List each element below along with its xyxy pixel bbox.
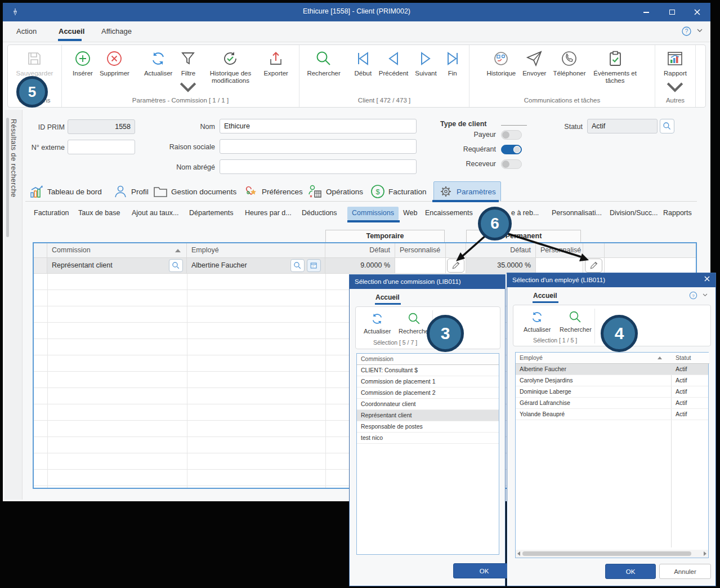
close-button[interactable] xyxy=(685,3,709,21)
annuler-button[interactable]: Annuler xyxy=(659,564,711,579)
nav-last-button[interactable]: Fin xyxy=(444,50,462,77)
list-row-selected[interactable]: Albertine FaucherActif xyxy=(516,364,708,375)
subtab-encaissements[interactable]: Encaissements xyxy=(425,209,473,217)
list-item[interactable]: Commission de placement 2 xyxy=(357,387,499,399)
minimize-button[interactable] xyxy=(634,3,659,21)
subtab-personnalisation[interactable]: Personnalisati... xyxy=(552,209,602,217)
statut-column-header[interactable]: Statut xyxy=(671,353,709,364)
scroll-left-icon[interactable] xyxy=(517,551,520,556)
subtab-web[interactable]: Web xyxy=(403,209,417,217)
id-prim-field[interactable] xyxy=(68,119,135,134)
list-row[interactable]: Yolande BeaupréActif xyxy=(516,409,708,420)
sidebar-results-tab[interactable]: Résultats de recherche xyxy=(5,110,23,500)
dialog-refresh-button[interactable]: Actualiser xyxy=(524,310,551,333)
chevron-down-icon[interactable] xyxy=(703,293,708,297)
perm-edit-pencil-button[interactable] xyxy=(585,259,602,273)
cell-temp-defaut[interactable]: 9.0000 % xyxy=(325,258,395,274)
close-icon[interactable] xyxy=(704,276,710,282)
list-row[interactable]: Gérard LafranchiseActif xyxy=(516,398,708,409)
list-item[interactable]: Coordonnateur client xyxy=(357,399,499,410)
tab-profil[interactable]: Profil xyxy=(113,181,149,202)
tab-gestion-documents[interactable]: Gestion documents xyxy=(153,181,236,202)
no-externe-field[interactable] xyxy=(68,140,135,154)
header-temp-personnalise[interactable]: Personnalisé xyxy=(395,243,446,258)
statut-search-button[interactable] xyxy=(660,119,674,133)
export-button[interactable]: Exporter xyxy=(263,50,288,99)
subtab-ajout-au-taux[interactable]: Ajout au taux... xyxy=(132,209,178,217)
cell-perm-defaut[interactable]: 35.0000 % xyxy=(466,258,536,274)
subtab-taux-de-base[interactable]: Taux de base xyxy=(78,209,120,217)
dialog-refresh-button[interactable]: Actualiser xyxy=(364,311,391,335)
dialog-search-button[interactable]: Rechercher xyxy=(560,310,592,333)
list-row[interactable]: Dominique LabergeActif xyxy=(516,386,708,398)
cell-commission[interactable]: Représentant client xyxy=(47,258,187,274)
report-button[interactable]: Rapport xyxy=(664,50,687,99)
list-row[interactable]: Carolyne DesjardinsActif xyxy=(516,375,708,386)
tab-facturation[interactable]: $ Facturation xyxy=(370,181,427,202)
dialog-tab-accueil[interactable]: Accueil xyxy=(533,292,557,300)
list-item[interactable]: Responsable de postes xyxy=(357,421,499,433)
cell-temp-personnalise[interactable] xyxy=(395,258,446,274)
send-button[interactable]: Envoyer xyxy=(522,50,546,84)
employe-open-record-button[interactable] xyxy=(307,259,321,272)
sidebar-scroll-handle[interactable] xyxy=(6,118,9,237)
dialog-search-button[interactable]: Rechercher xyxy=(399,311,431,335)
subtab-facturation[interactable]: Facturation xyxy=(34,209,69,217)
employe-lookup-button[interactable] xyxy=(290,259,305,272)
ok-button[interactable]: OK xyxy=(605,564,656,579)
insert-button[interactable]: Insérer xyxy=(73,50,93,99)
temp-edit-pencil-button[interactable] xyxy=(447,259,464,273)
subtab-rapports[interactable]: Rapports xyxy=(663,209,692,217)
help-icon[interactable]: ? xyxy=(682,26,691,36)
nom-field[interactable] xyxy=(220,119,417,133)
tab-parametres[interactable]: Paramètres xyxy=(433,181,501,202)
list-item[interactable]: CLIENT: Consultant $ xyxy=(357,365,499,376)
nom-abrege-field[interactable] xyxy=(220,159,417,174)
menu-accueil[interactable]: Accueil xyxy=(59,27,84,35)
payeur-toggle[interactable] xyxy=(501,130,522,140)
tab-operations[interactable]: Opérations xyxy=(308,181,363,202)
row-selector[interactable] xyxy=(34,258,47,274)
header-perm-defaut[interactable]: Défaut xyxy=(466,243,536,258)
events-tasks-button[interactable]: Évènements et tâches xyxy=(593,50,638,84)
receveur-toggle[interactable] xyxy=(501,159,522,169)
commission-list-header[interactable]: Commission xyxy=(357,354,499,365)
phone-button[interactable]: Téléphoner xyxy=(553,50,585,84)
subtab-deductions[interactable]: Déductions xyxy=(302,209,337,217)
subtab-heures-par-d[interactable]: Heures par d... xyxy=(245,209,292,217)
filter-button[interactable]: Filtre xyxy=(179,50,197,99)
scrollbar-thumb[interactable] xyxy=(522,551,691,556)
header-perm-personnalise[interactable]: Personnalisé xyxy=(536,243,583,258)
subtab-e-a-reb[interactable]: e à reb... xyxy=(511,209,539,217)
subtab-departements[interactable]: Départements xyxy=(189,209,234,217)
header-temp-defaut[interactable]: Défaut xyxy=(325,243,395,258)
cell-employe[interactable]: Albertine Faucher xyxy=(187,258,325,274)
list-item[interactable]: test nico xyxy=(357,433,499,444)
header-employe[interactable]: Employé xyxy=(187,243,325,258)
tab-preferences[interactable]: Préférences xyxy=(244,181,303,202)
horizontal-scrollbar[interactable] xyxy=(516,550,708,558)
nav-previous-button[interactable]: Précédent xyxy=(379,50,408,77)
header-commission[interactable]: Commission xyxy=(47,243,187,258)
subtab-division-succ[interactable]: Division/Succ... xyxy=(610,209,658,217)
refresh-button[interactable]: Actualiser xyxy=(144,50,173,99)
help-icon[interactable]: ? xyxy=(689,291,697,300)
requerant-toggle[interactable] xyxy=(501,145,522,154)
commission-lookup-button[interactable] xyxy=(169,259,183,272)
chevron-down-icon[interactable] xyxy=(697,29,703,33)
ok-button[interactable]: OK xyxy=(453,563,515,578)
maximize-button[interactable] xyxy=(660,3,685,21)
subtab-commissions[interactable]: Commissions xyxy=(347,207,399,220)
list-item-selected[interactable]: Représentant client xyxy=(357,410,499,421)
dialog-tab-accueil[interactable]: Accueil xyxy=(375,293,400,301)
history-modifications-button[interactable]: Historique des modifications xyxy=(204,50,257,99)
tab-tableau-de-bord[interactable]: Tableau de bord xyxy=(29,181,102,202)
list-item[interactable]: Commission de placement 1 xyxy=(357,376,499,387)
statut-field[interactable] xyxy=(587,119,658,133)
raison-sociale-field[interactable] xyxy=(220,139,417,154)
nav-first-button[interactable]: Début xyxy=(354,50,372,77)
menu-action[interactable]: Action xyxy=(16,27,37,35)
scroll-right-icon[interactable] xyxy=(704,551,706,556)
delete-button[interactable]: Supprimer xyxy=(100,50,129,99)
nav-next-button[interactable]: Suivant xyxy=(415,50,436,77)
